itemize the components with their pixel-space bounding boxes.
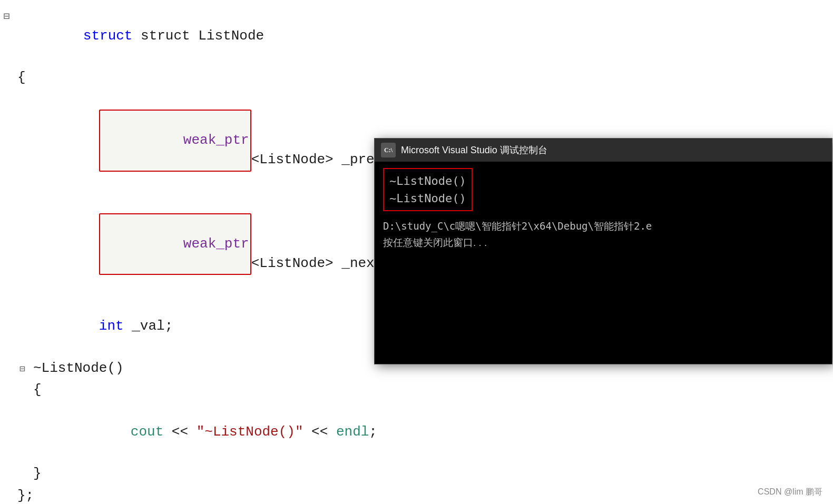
kw-cout: cout xyxy=(131,424,163,440)
terminal-output-line1: ~ListNode() xyxy=(389,172,466,190)
terminal-panel: C:\ Microsoft Visual Studio 调试控制台 ~ListN… xyxy=(374,138,832,364)
code-panel: ⊟ struct struct ListNode { weak_ptr <Lis… xyxy=(0,0,369,504)
terminal-output-line2: ~ListNode() xyxy=(389,190,466,207)
val-name: _val; xyxy=(124,318,173,334)
string-literal: "~ListNode()" xyxy=(197,424,303,440)
weak-ptr-next-text: weak_ptr <ListNode> _next; xyxy=(29,193,391,294)
struct-close-line: }; xyxy=(0,485,369,504)
terminal-close-msg: 按任意键关闭此窗口. . . xyxy=(383,236,824,250)
gutter-dtor: ⊟ xyxy=(16,362,29,376)
kw-weakptr2: weak_ptr xyxy=(183,236,249,252)
semicolon1: ; xyxy=(369,424,377,440)
struct-close-text: }; xyxy=(13,486,369,504)
weak-ptr-prev-text: weak_ptr <ListNode> _prev; xyxy=(29,90,391,191)
int-val-text: int _val; xyxy=(29,297,369,357)
dtor-brace-close-line: } xyxy=(0,463,369,485)
struct-name: struct ListNode xyxy=(141,28,264,44)
terminal-titlebar: C:\ Microsoft Visual Studio 调试控制台 xyxy=(375,139,832,162)
terminal-icon-text: C:\ xyxy=(384,146,393,154)
kw-weakptr1: weak_ptr xyxy=(183,132,249,148)
terminal-body[interactable]: ~ListNode() ~ListNode() D:\study_C\c嗯嗯\智… xyxy=(375,162,832,364)
struct-block: ⊟ struct struct ListNode { weak_ptr <Lis… xyxy=(0,5,369,504)
struct-header-text: struct struct ListNode xyxy=(13,6,369,66)
collapse-icon-dtor[interactable]: ⊟ xyxy=(19,362,25,376)
dtor-brace-close-text: } xyxy=(29,464,369,484)
destructor-line: ⊟ ~ListNode() xyxy=(0,358,369,380)
struct-brace-open-line: { xyxy=(0,67,369,89)
int-val-line: int _val; xyxy=(0,296,369,358)
weak-ptr-prev-highlight: weak_ptr xyxy=(99,110,251,171)
weak-ptr-next-rest: <ListNode> _next; xyxy=(251,255,391,271)
collapse-icon-struct[interactable]: ⊟ xyxy=(3,9,9,24)
weak-ptr-next-highlight: weak_ptr xyxy=(99,213,251,275)
csdn-watermark: CSDN @lim 鹏哥 xyxy=(758,487,822,498)
kw-endl: endl xyxy=(336,424,369,440)
cout-line: cout << "~ListNode()" << endl; xyxy=(0,401,369,463)
gutter-struct: ⊟ xyxy=(0,9,13,24)
dtor-brace-open-line: { xyxy=(0,379,369,401)
kw-struct: struct xyxy=(83,28,141,44)
terminal-path-container: D:\study_C\c嗯嗯\智能指针2\x64\Debug\智能指针2.e xyxy=(383,219,824,234)
cout-op1: << xyxy=(163,424,196,440)
weak-ptr-prev-line: weak_ptr <ListNode> _prev; xyxy=(0,89,369,192)
terminal-path-line: D:\study_C\c嗯嗯\智能指针2\x64\Debug\智能指针2.e xyxy=(383,219,824,234)
terminal-icon: C:\ xyxy=(381,143,396,157)
dtor-brace-open-text: { xyxy=(29,380,369,400)
cout-text: cout << "~ListNode()" << endl; xyxy=(61,402,377,462)
brace-open-text: { xyxy=(13,68,369,88)
kw-int: int xyxy=(99,318,124,334)
terminal-title: Microsoft Visual Studio 调试控制台 xyxy=(401,144,547,156)
cout-op2: << xyxy=(303,424,336,440)
struct-header-line: ⊟ struct struct ListNode xyxy=(0,5,369,67)
destructor-text: ~ListNode() xyxy=(29,359,369,379)
weak-ptr-prev-rest: <ListNode> _prev; xyxy=(251,152,391,168)
terminal-output-box: ~ListNode() ~ListNode() xyxy=(383,168,473,211)
weak-ptr-next-line: weak_ptr <ListNode> _next; xyxy=(0,192,369,295)
